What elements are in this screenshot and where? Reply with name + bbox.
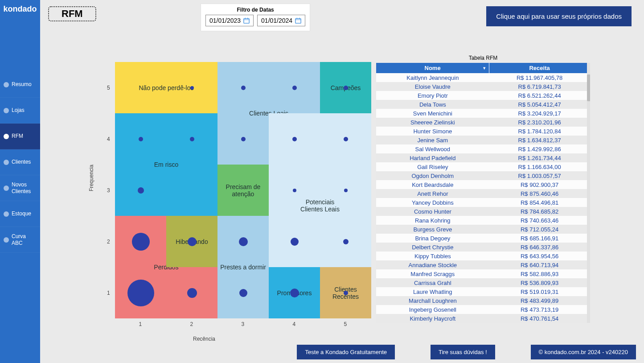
table-row[interactable]: Manfred ScraggsR$ 582.886,93 (376, 269, 590, 278)
table-cell: Jenine Sam (376, 136, 489, 144)
bubble[interactable] (292, 86, 297, 90)
table-row[interactable]: Harland PadefieldR$ 1.261.734,44 (376, 153, 590, 162)
table-row[interactable]: Jenine SamR$ 1.634.812,37 (376, 136, 590, 144)
nav-dot-icon (4, 108, 9, 113)
bubble[interactable] (239, 289, 247, 297)
date-to-input[interactable]: 01/01/2024 (257, 15, 305, 26)
bubble[interactable] (190, 137, 194, 141)
date-to-value: 01/01/2024 (261, 17, 292, 24)
bubble[interactable] (139, 137, 143, 141)
table-cell: Yancey Dobbins (376, 198, 489, 207)
table-scrollbar[interactable] (587, 63, 590, 323)
table-row[interactable]: Yancey DobbinsR$ 854.496,81 (376, 198, 590, 207)
table-row[interactable]: Brina DegoeyR$ 685.166,91 (376, 234, 590, 243)
table-row[interactable]: Ingeberg GosenellR$ 473.713,19 (376, 305, 590, 314)
bubble[interactable] (239, 237, 248, 246)
table-row[interactable]: Sven MenichiniR$ 3.204.929,17 (376, 109, 590, 118)
table-row[interactable]: Emory PiotrR$ 6.521.262,44 (376, 91, 590, 100)
table-header-nome[interactable]: Nome▼ (376, 63, 489, 73)
svg-rect-0 (244, 19, 249, 24)
bubble[interactable] (132, 233, 150, 251)
table-row[interactable]: Ogdon DenholmR$ 1.003.057,57 (376, 171, 590, 180)
y-axis-label: Frequencia (88, 165, 94, 191)
free-trial-button[interactable]: Teste a Kondado Gratuitamente (297, 345, 395, 359)
table-row[interactable]: Rana KohringR$ 740.663,46 (376, 216, 590, 225)
table-row[interactable]: Anett RehorR$ 875.460,46 (376, 189, 590, 198)
use-own-data-button[interactable]: Clique aqui para usar seus próprios dado… (486, 6, 632, 26)
bubble[interactable] (190, 86, 194, 90)
sidebar-item-resumo[interactable]: Resumo (0, 72, 40, 98)
bubble[interactable] (344, 291, 348, 295)
region-potenciais-clientes-leais[interactable]: Potenciais Clientes Leais (269, 113, 371, 267)
table-row[interactable]: Annadiane StockleR$ 640.713,94 (376, 260, 590, 269)
table-header-receita[interactable]: Receita (489, 63, 590, 73)
date-filter-card: Filtro de Datas 01/01/2023 01/01/2024 (201, 4, 310, 31)
table-row[interactable]: Gail RiseleyR$ 1.166.634,00 (376, 162, 590, 171)
sidebar-item-lojas[interactable]: Lojas (0, 98, 40, 124)
copyright-button[interactable]: © kondado.com.br 2024 - v240220 (531, 345, 636, 359)
region-precisam-de-aten-o[interactable]: Precisam de atenção (217, 165, 269, 216)
bubble[interactable] (138, 187, 144, 194)
bubble[interactable] (343, 239, 349, 244)
table-row[interactable]: Cosmo HunterR$ 784.685,82 (376, 207, 590, 216)
bubble[interactable] (344, 86, 348, 90)
bubble[interactable] (290, 289, 299, 297)
bubble[interactable] (241, 86, 246, 90)
region-em-risco[interactable]: Em risco (115, 113, 217, 216)
table-cell: R$ 470.761,54 (489, 314, 590, 323)
table-row[interactable]: Laure WhatlingR$ 519.019,31 (376, 287, 590, 296)
table-row[interactable]: Kimberly HaycroftR$ 470.761,54 (376, 314, 590, 323)
nav-dot-icon (4, 160, 9, 165)
bubble[interactable] (188, 237, 197, 246)
scrollbar-thumb[interactable] (587, 74, 590, 101)
bubble[interactable] (127, 280, 154, 306)
table-row[interactable]: Carrissa GrahlR$ 536.809,93 (376, 278, 590, 287)
sidebar-item-clientes[interactable]: Clientes (0, 149, 40, 175)
sidebar-item-curva-abc[interactable]: Curva ABC (0, 227, 40, 253)
bubble[interactable] (344, 137, 348, 141)
sidebar-nav: ResumoLojasRFMClientesNovos ClientesEsto… (0, 72, 40, 253)
region-prestes-a-dormir[interactable]: Prestes a dormir (217, 216, 269, 318)
table-cell: Annadiane Stockle (376, 260, 489, 269)
region-n-o-pode-perd-los[interactable]: Não pode perdê-los (115, 62, 217, 113)
table-row[interactable]: Eloise VaudreR$ 6.719.841,73 (376, 82, 590, 91)
table-row[interactable]: Sal WellwoodR$ 1.429.992,86 (376, 144, 590, 153)
sidebar-item-rfm[interactable]: RFM (0, 124, 40, 149)
table-row[interactable]: Burgess GreveR$ 712.055,24 (376, 225, 590, 234)
table-scroll[interactable]: Nome▼Receita Kaitlynn JeannequinR$ 11.96… (376, 63, 590, 323)
bubble[interactable] (344, 189, 348, 192)
sidebar-item-label: Novos Clientes (12, 182, 37, 194)
table-cell: R$ 5.054.412,47 (489, 100, 590, 109)
table-cell: R$ 640.713,94 (489, 260, 590, 269)
bubble[interactable] (241, 137, 246, 141)
svg-rect-4 (295, 19, 301, 24)
table-row[interactable]: Sheeree ZielinskiR$ 2.310.201,96 (376, 118, 590, 127)
rfm-table: Nome▼Receita Kaitlynn JeannequinR$ 11.96… (376, 63, 590, 323)
bubble[interactable] (292, 137, 297, 141)
sidebar-item-label: RFM (12, 133, 23, 139)
table-row[interactable]: Hunter SimoneR$ 1.784.120,84 (376, 127, 590, 136)
bubble[interactable] (187, 288, 197, 298)
y-tick: 5 (107, 85, 110, 91)
table-row[interactable]: Delbert ChrystieR$ 646.337,86 (376, 243, 590, 252)
help-button[interactable]: Tire suas dúvidas ! (431, 345, 495, 359)
bubble[interactable] (291, 238, 299, 246)
table-row[interactable]: Kaitlynn JeannequinR$ 11.967.405,78 (376, 73, 590, 82)
sidebar: kondado ResumoLojasRFMClientesNovos Clie… (0, 0, 40, 363)
date-from-input[interactable]: 01/01/2023 (205, 15, 254, 26)
sidebar-item-estoque[interactable]: Estoque (0, 201, 40, 227)
table-row[interactable]: Kort BeardsdaleR$ 902.900,37 (376, 180, 590, 189)
region-label: Precisam de atenção (219, 183, 267, 198)
sidebar-item-label: Clientes (12, 159, 31, 165)
nav-dot-icon (4, 134, 9, 139)
x-tick: 5 (344, 321, 347, 327)
table-cell: Sheeree Zielinski (376, 118, 489, 127)
sidebar-item-novos-clientes[interactable]: Novos Clientes (0, 175, 40, 201)
table-cell: R$ 1.261.734,44 (489, 153, 590, 162)
bubble[interactable] (293, 189, 296, 192)
table-row[interactable]: Kippy TubblesR$ 643.954,56 (376, 252, 590, 260)
table-row[interactable]: Marchall LoughrenR$ 483.499,89 (376, 296, 590, 305)
rfm-bubble-chart[interactable]: Frequencia Não pode perdê-losClientes Le… (48, 58, 360, 343)
x-tick: 1 (139, 321, 142, 327)
table-row[interactable]: Dela TowsR$ 5.054.412,47 (376, 100, 590, 109)
